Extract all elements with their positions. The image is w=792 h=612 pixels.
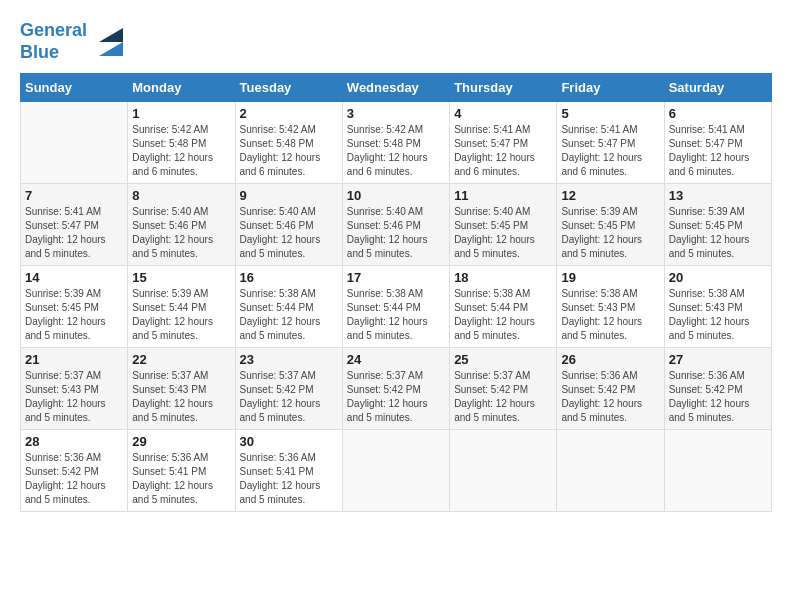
- day-cell: 26Sunrise: 5:36 AM Sunset: 5:42 PM Dayli…: [557, 348, 664, 430]
- day-info: Sunrise: 5:39 AM Sunset: 5:45 PM Dayligh…: [561, 205, 659, 261]
- column-header-thursday: Thursday: [450, 74, 557, 102]
- day-cell: 1Sunrise: 5:42 AM Sunset: 5:48 PM Daylig…: [128, 102, 235, 184]
- day-cell: 15Sunrise: 5:39 AM Sunset: 5:44 PM Dayli…: [128, 266, 235, 348]
- day-cell: 29Sunrise: 5:36 AM Sunset: 5:41 PM Dayli…: [128, 430, 235, 512]
- day-number: 16: [240, 270, 338, 285]
- day-cell: 13Sunrise: 5:39 AM Sunset: 5:45 PM Dayli…: [664, 184, 771, 266]
- svg-marker-1: [99, 28, 123, 42]
- day-number: 27: [669, 352, 767, 367]
- day-cell: 19Sunrise: 5:38 AM Sunset: 5:43 PM Dayli…: [557, 266, 664, 348]
- day-info: Sunrise: 5:37 AM Sunset: 5:42 PM Dayligh…: [454, 369, 552, 425]
- header: GeneralBlue: [20, 20, 772, 63]
- logo-icon: [91, 28, 123, 56]
- day-cell: 10Sunrise: 5:40 AM Sunset: 5:46 PM Dayli…: [342, 184, 449, 266]
- day-cell: 17Sunrise: 5:38 AM Sunset: 5:44 PM Dayli…: [342, 266, 449, 348]
- day-info: Sunrise: 5:36 AM Sunset: 5:42 PM Dayligh…: [669, 369, 767, 425]
- day-number: 2: [240, 106, 338, 121]
- day-info: Sunrise: 5:39 AM Sunset: 5:44 PM Dayligh…: [132, 287, 230, 343]
- day-cell: [450, 430, 557, 512]
- day-cell: [21, 102, 128, 184]
- column-header-saturday: Saturday: [664, 74, 771, 102]
- day-number: 13: [669, 188, 767, 203]
- week-row-4: 21Sunrise: 5:37 AM Sunset: 5:43 PM Dayli…: [21, 348, 772, 430]
- day-cell: [557, 430, 664, 512]
- calendar-table: SundayMondayTuesdayWednesdayThursdayFrid…: [20, 73, 772, 512]
- day-info: Sunrise: 5:38 AM Sunset: 5:44 PM Dayligh…: [454, 287, 552, 343]
- day-info: Sunrise: 5:40 AM Sunset: 5:46 PM Dayligh…: [240, 205, 338, 261]
- day-info: Sunrise: 5:41 AM Sunset: 5:47 PM Dayligh…: [561, 123, 659, 179]
- logo: GeneralBlue: [20, 20, 123, 63]
- day-number: 30: [240, 434, 338, 449]
- day-number: 28: [25, 434, 123, 449]
- day-info: Sunrise: 5:42 AM Sunset: 5:48 PM Dayligh…: [347, 123, 445, 179]
- day-number: 9: [240, 188, 338, 203]
- day-number: 21: [25, 352, 123, 367]
- day-cell: 12Sunrise: 5:39 AM Sunset: 5:45 PM Dayli…: [557, 184, 664, 266]
- day-cell: 22Sunrise: 5:37 AM Sunset: 5:43 PM Dayli…: [128, 348, 235, 430]
- day-number: 23: [240, 352, 338, 367]
- day-number: 5: [561, 106, 659, 121]
- day-info: Sunrise: 5:37 AM Sunset: 5:43 PM Dayligh…: [132, 369, 230, 425]
- day-cell: 27Sunrise: 5:36 AM Sunset: 5:42 PM Dayli…: [664, 348, 771, 430]
- day-number: 18: [454, 270, 552, 285]
- day-number: 7: [25, 188, 123, 203]
- day-cell: 24Sunrise: 5:37 AM Sunset: 5:42 PM Dayli…: [342, 348, 449, 430]
- day-cell: 16Sunrise: 5:38 AM Sunset: 5:44 PM Dayli…: [235, 266, 342, 348]
- day-cell: 5Sunrise: 5:41 AM Sunset: 5:47 PM Daylig…: [557, 102, 664, 184]
- day-cell: 30Sunrise: 5:36 AM Sunset: 5:41 PM Dayli…: [235, 430, 342, 512]
- column-header-monday: Monday: [128, 74, 235, 102]
- day-info: Sunrise: 5:38 AM Sunset: 5:43 PM Dayligh…: [669, 287, 767, 343]
- day-number: 20: [669, 270, 767, 285]
- calendar-header: SundayMondayTuesdayWednesdayThursdayFrid…: [21, 74, 772, 102]
- day-cell: 3Sunrise: 5:42 AM Sunset: 5:48 PM Daylig…: [342, 102, 449, 184]
- day-cell: 23Sunrise: 5:37 AM Sunset: 5:42 PM Dayli…: [235, 348, 342, 430]
- day-info: Sunrise: 5:38 AM Sunset: 5:44 PM Dayligh…: [347, 287, 445, 343]
- day-info: Sunrise: 5:38 AM Sunset: 5:44 PM Dayligh…: [240, 287, 338, 343]
- column-header-wednesday: Wednesday: [342, 74, 449, 102]
- day-number: 22: [132, 352, 230, 367]
- day-number: 19: [561, 270, 659, 285]
- day-number: 14: [25, 270, 123, 285]
- day-info: Sunrise: 5:36 AM Sunset: 5:42 PM Dayligh…: [561, 369, 659, 425]
- day-cell: 28Sunrise: 5:36 AM Sunset: 5:42 PM Dayli…: [21, 430, 128, 512]
- day-info: Sunrise: 5:37 AM Sunset: 5:42 PM Dayligh…: [240, 369, 338, 425]
- day-cell: 25Sunrise: 5:37 AM Sunset: 5:42 PM Dayli…: [450, 348, 557, 430]
- day-info: Sunrise: 5:37 AM Sunset: 5:43 PM Dayligh…: [25, 369, 123, 425]
- svg-marker-0: [99, 42, 123, 56]
- day-cell: 14Sunrise: 5:39 AM Sunset: 5:45 PM Dayli…: [21, 266, 128, 348]
- day-info: Sunrise: 5:37 AM Sunset: 5:42 PM Dayligh…: [347, 369, 445, 425]
- day-cell: [664, 430, 771, 512]
- day-number: 12: [561, 188, 659, 203]
- day-info: Sunrise: 5:36 AM Sunset: 5:41 PM Dayligh…: [240, 451, 338, 507]
- week-row-3: 14Sunrise: 5:39 AM Sunset: 5:45 PM Dayli…: [21, 266, 772, 348]
- day-info: Sunrise: 5:36 AM Sunset: 5:42 PM Dayligh…: [25, 451, 123, 507]
- day-number: 8: [132, 188, 230, 203]
- day-number: 6: [669, 106, 767, 121]
- day-info: Sunrise: 5:38 AM Sunset: 5:43 PM Dayligh…: [561, 287, 659, 343]
- day-cell: 21Sunrise: 5:37 AM Sunset: 5:43 PM Dayli…: [21, 348, 128, 430]
- day-info: Sunrise: 5:36 AM Sunset: 5:41 PM Dayligh…: [132, 451, 230, 507]
- day-cell: 7Sunrise: 5:41 AM Sunset: 5:47 PM Daylig…: [21, 184, 128, 266]
- column-header-friday: Friday: [557, 74, 664, 102]
- day-cell: 9Sunrise: 5:40 AM Sunset: 5:46 PM Daylig…: [235, 184, 342, 266]
- day-number: 25: [454, 352, 552, 367]
- day-cell: [342, 430, 449, 512]
- column-header-sunday: Sunday: [21, 74, 128, 102]
- day-info: Sunrise: 5:39 AM Sunset: 5:45 PM Dayligh…: [25, 287, 123, 343]
- day-cell: 18Sunrise: 5:38 AM Sunset: 5:44 PM Dayli…: [450, 266, 557, 348]
- day-info: Sunrise: 5:41 AM Sunset: 5:47 PM Dayligh…: [454, 123, 552, 179]
- day-cell: 6Sunrise: 5:41 AM Sunset: 5:47 PM Daylig…: [664, 102, 771, 184]
- day-cell: 2Sunrise: 5:42 AM Sunset: 5:48 PM Daylig…: [235, 102, 342, 184]
- day-number: 29: [132, 434, 230, 449]
- day-info: Sunrise: 5:41 AM Sunset: 5:47 PM Dayligh…: [669, 123, 767, 179]
- day-cell: 11Sunrise: 5:40 AM Sunset: 5:45 PM Dayli…: [450, 184, 557, 266]
- day-info: Sunrise: 5:40 AM Sunset: 5:45 PM Dayligh…: [454, 205, 552, 261]
- day-info: Sunrise: 5:39 AM Sunset: 5:45 PM Dayligh…: [669, 205, 767, 261]
- day-number: 24: [347, 352, 445, 367]
- day-info: Sunrise: 5:40 AM Sunset: 5:46 PM Dayligh…: [347, 205, 445, 261]
- day-cell: 8Sunrise: 5:40 AM Sunset: 5:46 PM Daylig…: [128, 184, 235, 266]
- day-cell: 4Sunrise: 5:41 AM Sunset: 5:47 PM Daylig…: [450, 102, 557, 184]
- logo-text: GeneralBlue: [20, 20, 87, 63]
- column-header-tuesday: Tuesday: [235, 74, 342, 102]
- day-number: 10: [347, 188, 445, 203]
